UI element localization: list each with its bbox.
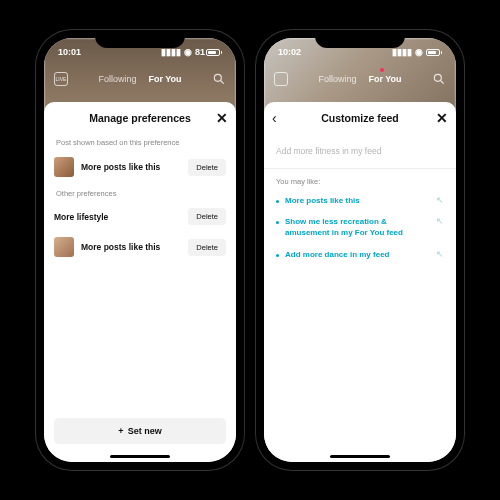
- search-icon[interactable]: [212, 72, 226, 86]
- svg-line-1: [221, 81, 224, 84]
- sheet-title: Manage preferences: [89, 112, 191, 124]
- close-icon[interactable]: ✕: [436, 111, 448, 125]
- preference-label: More lifestyle: [54, 212, 181, 222]
- plus-icon: +: [118, 426, 123, 436]
- battery-percent: 81: [195, 47, 205, 57]
- tab-for-you[interactable]: For You: [148, 74, 181, 84]
- back-icon[interactable]: ‹: [272, 111, 277, 125]
- bullet-icon: [276, 221, 279, 224]
- feed-tabs: Following For You: [264, 66, 456, 92]
- cellular-signal-icon: ▮▮▮▮: [161, 47, 181, 57]
- battery-icon: [426, 49, 442, 56]
- post-thumbnail: [54, 157, 74, 177]
- sheet-header: ‹ Customize feed ✕: [264, 102, 456, 132]
- suggestions-label: You may like:: [264, 169, 456, 190]
- set-new-button[interactable]: + Set new: [54, 418, 226, 444]
- wifi-icon: ◉: [415, 47, 423, 57]
- live-icon[interactable]: LIVE: [54, 72, 68, 86]
- screen: 10:02 ▮▮▮▮ ◉ Following For You ‹ Custo: [264, 38, 456, 462]
- preference-label: More posts like this: [81, 162, 181, 172]
- input-placeholder: Add more fitness in my feed: [276, 146, 381, 156]
- svg-point-0: [214, 74, 221, 81]
- section-label-other: Other preferences: [44, 183, 236, 202]
- bullet-icon: [276, 200, 279, 203]
- search-icon[interactable]: [432, 72, 446, 86]
- screen: 10:01 ▮▮▮▮ ◉ 81 LIVE Following For You M…: [44, 38, 236, 462]
- home-indicator[interactable]: [330, 455, 390, 458]
- preference-row: More posts like this Delete: [44, 231, 236, 263]
- set-new-label: Set new: [128, 426, 162, 436]
- suggestion-row[interactable]: More posts like this ↖: [264, 190, 456, 211]
- preference-row: More posts like this Delete: [44, 151, 236, 183]
- suggestion-text: More posts like this: [285, 195, 430, 206]
- preference-row: More lifestyle Delete: [44, 202, 236, 231]
- phone-mockup-right: 10:02 ▮▮▮▮ ◉ Following For You ‹ Custo: [256, 30, 464, 470]
- tab-following[interactable]: Following: [318, 74, 356, 84]
- insert-arrow-icon[interactable]: ↖: [436, 216, 444, 226]
- feed-prompt-input[interactable]: Add more fitness in my feed: [264, 132, 456, 169]
- bullet-icon: [276, 254, 279, 257]
- insert-arrow-icon[interactable]: ↖: [436, 195, 444, 205]
- device-notch: [95, 30, 185, 48]
- close-icon[interactable]: ✕: [216, 111, 228, 125]
- svg-point-2: [434, 74, 441, 81]
- section-label-current: Post shown based on this preference: [44, 132, 236, 151]
- live-icon[interactable]: [274, 72, 288, 86]
- device-notch: [315, 30, 405, 48]
- svg-line-3: [441, 81, 444, 84]
- live-dot-icon: [380, 68, 384, 72]
- tab-following[interactable]: Following: [98, 74, 136, 84]
- suggestion-row[interactable]: Show me less recreation & amusement in m…: [264, 211, 456, 243]
- preference-label: More posts like this: [81, 242, 181, 252]
- cellular-signal-icon: ▮▮▮▮: [392, 47, 412, 57]
- home-indicator[interactable]: [110, 455, 170, 458]
- sheet-title: Customize feed: [321, 112, 399, 124]
- suggestion-text: Show me less recreation & amusement in m…: [285, 216, 430, 238]
- status-time: 10:01: [58, 47, 81, 57]
- delete-button[interactable]: Delete: [188, 239, 226, 256]
- tab-for-you[interactable]: For You: [368, 74, 401, 84]
- manage-preferences-sheet: Manage preferences ✕ Post shown based on…: [44, 102, 236, 462]
- suggestion-row[interactable]: Add more dance in my feed ↖: [264, 244, 456, 265]
- insert-arrow-icon[interactable]: ↖: [436, 249, 444, 259]
- delete-button[interactable]: Delete: [188, 159, 226, 176]
- feed-tabs: LIVE Following For You: [44, 66, 236, 92]
- phone-mockup-left: 10:01 ▮▮▮▮ ◉ 81 LIVE Following For You M…: [36, 30, 244, 470]
- wifi-icon: ◉: [184, 47, 192, 57]
- post-thumbnail: [54, 237, 74, 257]
- status-right: ▮▮▮▮ ◉ 81: [161, 47, 222, 57]
- status-time: 10:02: [278, 47, 301, 57]
- status-right: ▮▮▮▮ ◉: [392, 47, 442, 57]
- battery-icon: 81: [195, 47, 222, 57]
- delete-button[interactable]: Delete: [188, 208, 226, 225]
- customize-feed-sheet: ‹ Customize feed ✕ Add more fitness in m…: [264, 102, 456, 462]
- suggestion-text: Add more dance in my feed: [285, 249, 430, 260]
- sheet-header: Manage preferences ✕: [44, 102, 236, 132]
